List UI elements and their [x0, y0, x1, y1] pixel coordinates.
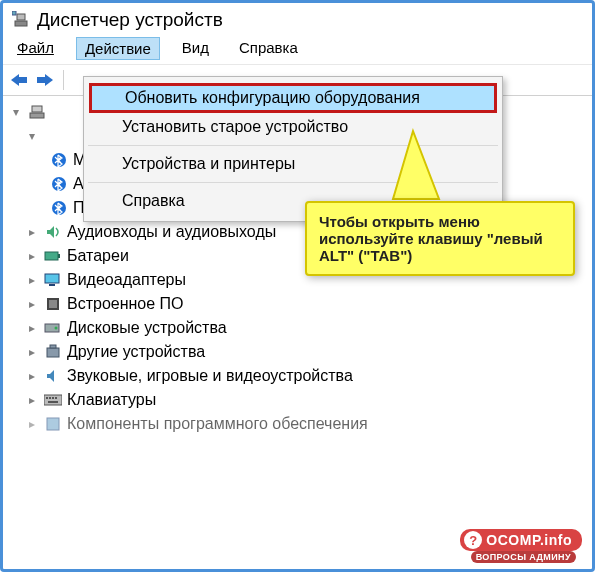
disk-icon — [43, 318, 63, 338]
tree-category[interactable]: ▸ Компоненты программного обеспечения — [7, 412, 592, 436]
callout-text: Чтобы открыть меню используйте клавишу "… — [319, 213, 543, 264]
tree-item-label: Звуковые, игровые и видеоустройства — [67, 367, 353, 385]
keyboard-icon — [43, 390, 63, 410]
svg-rect-12 — [45, 274, 59, 283]
svg-rect-10 — [45, 252, 58, 260]
display-icon — [43, 270, 63, 290]
svg-rect-20 — [44, 395, 62, 405]
computer-icon — [27, 102, 47, 122]
other-devices-icon — [43, 342, 63, 362]
svg-point-17 — [55, 327, 58, 330]
tree-category[interactable]: ▸ Дисковые устройства — [7, 316, 592, 340]
svg-rect-22 — [49, 397, 51, 399]
expander-right-icon[interactable]: ▸ — [25, 249, 39, 263]
expander-right-icon[interactable]: ▸ — [25, 321, 39, 335]
tree-item-label: Компоненты программного обеспечения — [67, 415, 368, 433]
bluetooth-icon — [49, 198, 69, 218]
svg-rect-24 — [55, 397, 57, 399]
tree-item-label: Батареи — [67, 247, 129, 265]
expander-right-icon[interactable]: ▸ — [25, 417, 39, 431]
toolbar-separator — [63, 70, 64, 90]
watermark-main: OCOMP.info — [486, 532, 572, 548]
annotation-callout: Чтобы открыть меню используйте клавишу "… — [305, 201, 575, 276]
svg-rect-4 — [37, 77, 46, 83]
svg-rect-5 — [30, 113, 44, 118]
expander-right-icon[interactable]: ▸ — [25, 345, 39, 359]
svg-rect-6 — [32, 106, 42, 112]
menu-item-refresh-hardware[interactable]: Обновить конфигурацию оборудования — [89, 83, 497, 113]
menubar: Файл Действие Вид Справка — [3, 33, 592, 65]
expander-right-icon[interactable]: ▸ — [25, 273, 39, 287]
svg-rect-15 — [49, 300, 57, 308]
svg-rect-2 — [12, 11, 16, 15]
watermark-sub: ВОПРОСЫ АДМИНУ — [471, 551, 576, 563]
svg-rect-0 — [15, 21, 27, 26]
expander-right-icon[interactable]: ▸ — [25, 369, 39, 383]
sound-icon — [43, 366, 63, 386]
firmware-icon — [43, 294, 63, 314]
tree-item-label: Клавиатуры — [67, 391, 156, 409]
bluetooth-icon — [49, 150, 69, 170]
expander-right-icon[interactable]: ▸ — [25, 297, 39, 311]
tree-category[interactable]: ▸ Звуковые, игровые и видеоустройства — [7, 364, 592, 388]
menu-view[interactable]: Вид — [174, 37, 217, 60]
svg-rect-26 — [47, 418, 59, 430]
battery-icon — [43, 246, 63, 266]
tree-category[interactable]: ▸ Встроенное ПО — [7, 292, 592, 316]
svg-rect-19 — [50, 345, 56, 348]
expander-right-icon[interactable]: ▸ — [25, 225, 39, 239]
svg-marker-27 — [393, 131, 439, 199]
tree-item-label: Другие устройства — [67, 343, 205, 361]
svg-rect-25 — [48, 401, 58, 403]
tree-item-label: Видеоадаптеры — [67, 271, 186, 289]
svg-rect-1 — [17, 14, 25, 20]
svg-rect-18 — [47, 348, 59, 357]
menu-help[interactable]: Справка — [231, 37, 306, 60]
svg-rect-3 — [18, 77, 27, 83]
svg-rect-13 — [49, 284, 55, 286]
tree-category[interactable]: ▸ Другие устройства — [7, 340, 592, 364]
watermark-question-icon: ? — [464, 531, 482, 549]
expander-down-icon[interactable]: ▾ — [9, 105, 23, 119]
device-manager-icon — [11, 10, 31, 30]
svg-rect-23 — [52, 397, 54, 399]
tree-item-label: Дисковые устройства — [67, 319, 227, 337]
nav-back-button[interactable] — [7, 68, 31, 92]
menu-action[interactable]: Действие — [76, 37, 160, 60]
software-icon — [43, 414, 63, 434]
bluetooth-icon — [49, 174, 69, 194]
svg-rect-21 — [46, 397, 48, 399]
svg-rect-11 — [58, 254, 60, 258]
tree-item-label: Аудиовходы и аудиовыходы — [67, 223, 276, 241]
audio-icon — [43, 222, 63, 242]
watermark: ? OCOMP.info ВОПРОСЫ АДМИНУ — [460, 529, 582, 551]
tree-category[interactable]: ▸ Клавиатуры — [7, 388, 592, 412]
menu-file[interactable]: Файл — [9, 37, 62, 60]
nav-forward-button[interactable] — [33, 68, 57, 92]
window-titlebar: Диспетчер устройств — [3, 3, 592, 33]
window-title: Диспетчер устройств — [37, 9, 223, 31]
tree-item-label: Встроенное ПО — [67, 295, 184, 313]
expander-right-icon[interactable]: ▸ — [25, 393, 39, 407]
expander-down-icon[interactable]: ▾ — [25, 129, 39, 143]
